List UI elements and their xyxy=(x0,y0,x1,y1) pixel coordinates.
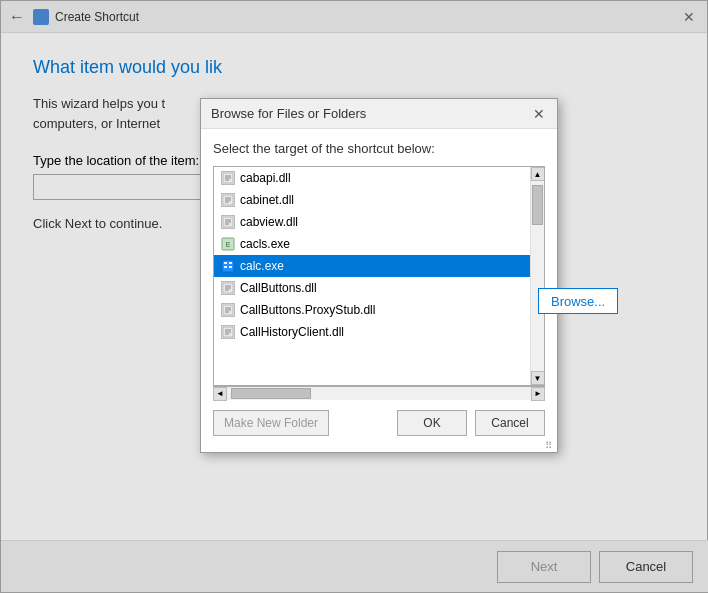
browse-body: Select the target of the shortcut below:… xyxy=(201,129,557,452)
file-name: calc.exe xyxy=(240,259,284,273)
make-folder-button[interactable]: Make New Folder xyxy=(213,410,329,436)
file-name: CallHistoryClient.dll xyxy=(240,325,344,339)
list-item[interactable]: CallButtons.dll xyxy=(214,277,530,299)
file-name: cabinet.dll xyxy=(240,193,294,207)
svg-rect-18 xyxy=(229,266,232,268)
scroll-up-button[interactable]: ▲ xyxy=(531,167,545,181)
scroll-right-button[interactable]: ► xyxy=(531,387,545,401)
dll-file-icon xyxy=(221,215,235,229)
file-list[interactable]: cabapi.dll cabinet.dll xyxy=(214,167,530,385)
h-scroll-thumb[interactable] xyxy=(231,388,311,399)
svg-text:E: E xyxy=(226,241,231,248)
list-item[interactable]: cabinet.dll xyxy=(214,189,530,211)
list-item[interactable]: E cacls.exe xyxy=(214,233,530,255)
browse-subtitle: Select the target of the shortcut below: xyxy=(213,141,545,156)
dll-file-icon xyxy=(221,303,235,317)
file-list-container: cabapi.dll cabinet.dll xyxy=(213,166,545,386)
list-item[interactable]: cabview.dll xyxy=(214,211,530,233)
list-item-selected[interactable]: calc.exe xyxy=(214,255,530,277)
dll-icon xyxy=(220,280,236,296)
vertical-scrollbar[interactable]: ▲ ▼ xyxy=(530,167,544,385)
dll-file-icon xyxy=(221,171,235,185)
browse-cancel-button[interactable]: Cancel xyxy=(475,410,545,436)
browse-button[interactable]: Browse... xyxy=(538,288,618,314)
dll-file-icon xyxy=(221,193,235,207)
file-name: CallButtons.dll xyxy=(240,281,317,295)
scroll-thumb-area xyxy=(531,181,544,371)
dll-file-icon xyxy=(221,281,235,295)
browse-ok-cancel: OK Cancel xyxy=(397,410,545,436)
calc-icon xyxy=(220,258,236,274)
h-scroll-track xyxy=(227,387,531,400)
svg-rect-14 xyxy=(222,260,234,272)
dll-icon xyxy=(220,170,236,186)
svg-rect-17 xyxy=(224,266,227,268)
dll-icon xyxy=(220,192,236,208)
list-item[interactable]: CallButtons.ProxyStub.dll xyxy=(214,299,530,321)
browse-close-button[interactable]: ✕ xyxy=(529,104,549,124)
scroll-thumb[interactable] xyxy=(532,185,543,225)
resize-handle[interactable]: ⠿ xyxy=(545,440,555,450)
scroll-left-button[interactable]: ◄ xyxy=(213,387,227,401)
dll-file-icon xyxy=(221,325,235,339)
horizontal-scrollbar[interactable]: ◄ ► xyxy=(213,386,545,400)
browse-bottom-bar: Make New Folder OK Cancel xyxy=(213,400,545,440)
browse-ok-button[interactable]: OK xyxy=(397,410,467,436)
svg-rect-15 xyxy=(224,262,227,264)
file-name: CallButtons.ProxyStub.dll xyxy=(240,303,375,317)
browse-dialog-title: Browse for Files or Folders xyxy=(211,106,366,121)
dll-icon xyxy=(220,324,236,340)
exe-icon: E xyxy=(220,236,236,252)
list-item[interactable]: CallHistoryClient.dll xyxy=(214,321,530,343)
scroll-down-button[interactable]: ▼ xyxy=(531,371,545,385)
list-item[interactable]: cabapi.dll xyxy=(214,167,530,189)
file-name: cabapi.dll xyxy=(240,171,291,185)
browse-title-bar: Browse for Files or Folders ✕ xyxy=(201,99,557,129)
browse-button-wizard[interactable]: Browse... xyxy=(538,288,618,314)
dll-icon xyxy=(220,214,236,230)
svg-rect-16 xyxy=(229,262,232,264)
dll-icon xyxy=(220,302,236,318)
file-name: cabview.dll xyxy=(240,215,298,229)
file-name: cacls.exe xyxy=(240,237,290,251)
browse-dialog: Browse for Files or Folders ✕ Select the… xyxy=(200,98,558,453)
